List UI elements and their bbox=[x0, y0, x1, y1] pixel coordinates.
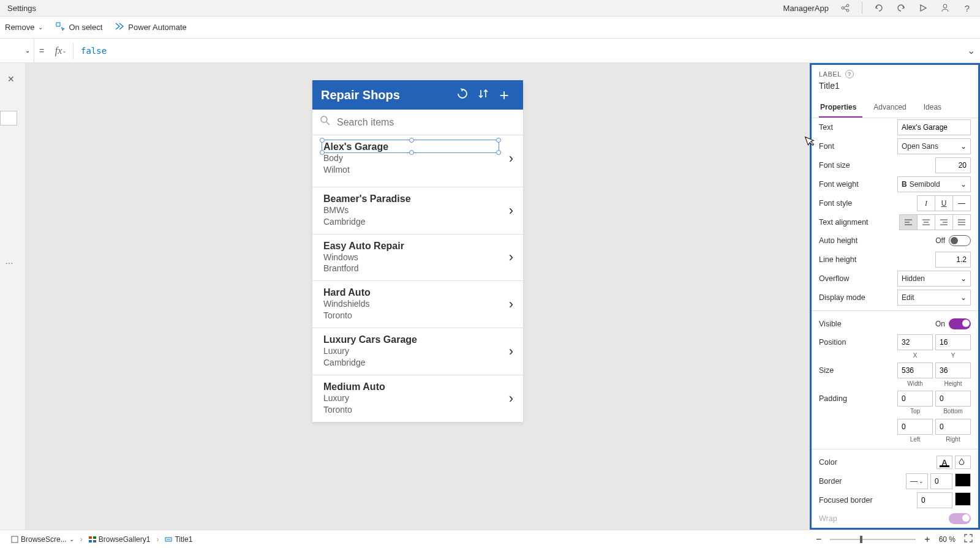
prop-wrap-label: Wrap bbox=[819, 514, 949, 523]
close-tree-icon[interactable]: ✕ bbox=[7, 74, 15, 84]
search-icon bbox=[320, 115, 331, 129]
fill-color-button[interactable] bbox=[955, 456, 971, 469]
fx-icon[interactable]: fx⌄ bbox=[49, 42, 74, 59]
chevron-right-icon[interactable]: › bbox=[509, 203, 513, 219]
align-center-button[interactable] bbox=[917, 214, 935, 230]
breadcrumb-gallery[interactable]: BrowseGallery1 bbox=[85, 534, 154, 545]
svg-line-8 bbox=[326, 122, 330, 125]
align-justify-button[interactable] bbox=[952, 214, 971, 230]
list-item[interactable]: Easy Auto Repair Windows Brantford › bbox=[312, 235, 523, 282]
formula-input[interactable] bbox=[74, 39, 962, 62]
action-icon bbox=[55, 21, 65, 33]
font-color-button[interactable]: A bbox=[937, 456, 952, 469]
padding-right-input[interactable] bbox=[935, 419, 971, 435]
refresh-icon[interactable] bbox=[452, 87, 473, 103]
sort-icon[interactable] bbox=[473, 88, 494, 103]
more-icon[interactable]: … bbox=[5, 256, 15, 266]
position-y-input[interactable] bbox=[935, 334, 971, 350]
prop-fontweight-select[interactable]: BSemibold ⌄ bbox=[897, 176, 971, 192]
svg-rect-25 bbox=[93, 540, 96, 542]
list-item[interactable]: Hard Auto Windshields Toronto › bbox=[312, 281, 523, 328]
redo-icon[interactable] bbox=[895, 2, 907, 13]
visible-toggle[interactable] bbox=[949, 318, 971, 329]
padding-bottom-input[interactable] bbox=[935, 391, 971, 407]
fit-screen-icon[interactable] bbox=[964, 534, 973, 544]
item-body: Cambridge bbox=[323, 357, 509, 369]
width-input[interactable] bbox=[897, 362, 933, 378]
border-width-input[interactable] bbox=[930, 473, 952, 489]
help-icon[interactable]: ? bbox=[962, 2, 973, 13]
svg-point-5 bbox=[943, 4, 947, 8]
item-title-selected[interactable]: Alex's Garage bbox=[323, 141, 509, 152]
position-x-input[interactable] bbox=[897, 334, 933, 350]
focused-border-width-input[interactable] bbox=[917, 492, 952, 508]
search-input[interactable] bbox=[337, 117, 516, 128]
prop-fontweight-label: Font weight bbox=[819, 180, 897, 189]
focused-border-color-button[interactable] bbox=[955, 492, 971, 506]
svg-line-3 bbox=[844, 6, 847, 7]
power-automate-button[interactable]: Power Automate bbox=[115, 21, 186, 33]
align-right-button[interactable] bbox=[935, 214, 953, 230]
height-input[interactable] bbox=[935, 362, 971, 378]
strike-button[interactable]: — bbox=[952, 195, 971, 211]
tree-thumbnail[interactable] bbox=[0, 111, 17, 126]
zoom-in-button[interactable]: + bbox=[924, 534, 930, 545]
item-title: Beamer's Paradise bbox=[323, 193, 509, 205]
chevron-right-icon[interactable]: › bbox=[509, 296, 513, 312]
prop-padding-label: Padding bbox=[819, 394, 897, 403]
autoheight-toggle[interactable] bbox=[949, 235, 971, 246]
item-subtitle: BMWs bbox=[323, 205, 509, 216]
border-style-select[interactable]: — ⌄ bbox=[906, 473, 928, 489]
prop-font-select[interactable]: Open Sans⌄ bbox=[897, 138, 971, 154]
share-icon[interactable] bbox=[840, 2, 851, 13]
border-color-button[interactable] bbox=[955, 473, 971, 487]
list-item[interactable]: Alex's Garage Body Wilmot › bbox=[312, 135, 523, 187]
tab-properties[interactable]: Properties bbox=[819, 99, 862, 118]
prop-displaymode-select[interactable]: Edit⌄ bbox=[897, 290, 971, 306]
prop-text-input[interactable] bbox=[897, 119, 971, 135]
chevron-right-icon[interactable]: › bbox=[509, 343, 513, 359]
undo-icon[interactable] bbox=[873, 2, 884, 13]
wrap-toggle[interactable] bbox=[949, 513, 971, 524]
control-name[interactable]: Title1 bbox=[819, 81, 971, 91]
expand-formula-icon[interactable]: ⌄ bbox=[962, 45, 980, 56]
help-icon[interactable]: ? bbox=[845, 70, 854, 78]
padding-top-input[interactable] bbox=[897, 391, 933, 407]
chevron-right-icon[interactable]: › bbox=[509, 249, 513, 265]
item-subtitle: Windows bbox=[323, 252, 509, 263]
prop-position-label: Position bbox=[819, 338, 897, 347]
prop-autoheight-label: Auto height bbox=[819, 236, 935, 245]
align-left-button[interactable] bbox=[899, 214, 918, 230]
list-item[interactable]: Medium Auto Luxury Toronto › bbox=[312, 375, 523, 422]
tab-advanced[interactable]: Advanced bbox=[872, 99, 912, 118]
italic-button[interactable]: I bbox=[917, 195, 935, 211]
zoom-slider[interactable] bbox=[830, 539, 916, 540]
prop-overflow-select[interactable]: Hidden⌄ bbox=[897, 271, 971, 287]
prop-focusedborder-label: Focused border bbox=[819, 496, 917, 505]
breadcrumb-screen[interactable]: BrowseScre... ⌄ bbox=[7, 534, 78, 545]
formula-bar: ⌄ = fx⌄ ⌄ bbox=[0, 39, 980, 63]
property-selector[interactable]: ⌄ bbox=[0, 39, 34, 62]
chevron-right-icon[interactable]: › bbox=[509, 391, 513, 407]
tab-ideas[interactable]: Ideas bbox=[922, 99, 948, 118]
user-icon[interactable] bbox=[940, 2, 951, 13]
zoom-out-button[interactable]: − bbox=[816, 534, 821, 545]
underline-button[interactable]: U bbox=[935, 195, 953, 211]
chevron-down-icon: ⌄ bbox=[69, 536, 74, 542]
canvas-area[interactable]: Repair Shops + Alex's Garage bbox=[26, 63, 810, 530]
chevron-right-icon[interactable]: › bbox=[509, 151, 513, 167]
remove-button[interactable]: Remove ⌄ bbox=[5, 23, 43, 32]
breadcrumb-control[interactable]: Title1 bbox=[161, 534, 196, 545]
prop-fontsize-input[interactable] bbox=[935, 157, 971, 173]
play-icon[interactable] bbox=[918, 2, 929, 13]
chevron-down-icon: ⌄ bbox=[38, 24, 43, 31]
svg-point-0 bbox=[842, 7, 844, 9]
add-icon[interactable]: + bbox=[494, 86, 514, 105]
app-canvas[interactable]: Repair Shops + Alex's Garage bbox=[312, 80, 523, 422]
prop-lineheight-input[interactable] bbox=[935, 252, 971, 268]
list-item[interactable]: Luxury Cars Garage Luxury Cambridge › bbox=[312, 328, 523, 375]
padding-left-input[interactable] bbox=[897, 419, 933, 435]
item-body: Wilmot bbox=[323, 164, 509, 176]
onselect-button[interactable]: On select bbox=[55, 21, 102, 33]
list-item[interactable]: Beamer's Paradise BMWs Cambridge › bbox=[312, 187, 523, 235]
